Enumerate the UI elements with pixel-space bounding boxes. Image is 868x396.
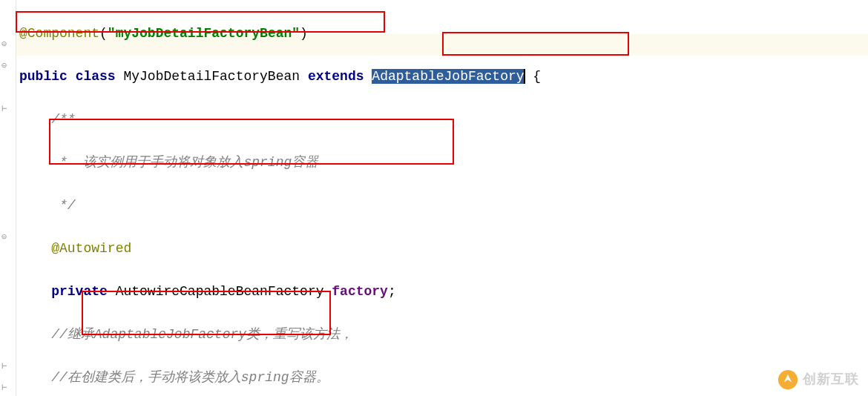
code-line: public class MyJobDetailFactoryBean exte… [19,66,692,88]
code-line: /** [19,109,692,131]
code-line: private AutowireCapableBeanFactory facto… [19,281,692,303]
watermark-text: 创新互联 [803,369,859,390]
collapse-icon[interactable]: ⊖ [1,62,7,70]
code-line: //继承AdaptableJobFactory类，重写该方法， [19,324,692,346]
watermark-icon [777,369,798,390]
code-line: //在创建类后，手动将该类放入spring容器。 [19,367,692,389]
collapse-end-icon[interactable]: ⊢ [1,362,7,371]
collapse-icon[interactable]: ⊖ [1,40,7,49]
code-line: @Autowired [19,238,692,260]
selected-text: AdaptableJobFactory [372,69,524,84]
code-editor-content[interactable]: @Component("myJobDetailFactoryBean") pub… [19,1,692,396]
watermark: 创新互联 [777,369,859,390]
collapse-icon[interactable]: ⊖ [1,233,7,242]
collapse-end-icon[interactable]: ⊢ [1,105,7,113]
code-line: @Component("myJobDetailFactoryBean") [19,23,692,44]
code-line: * 该实例用于手动将对象放入spring容器 [19,152,692,174]
collapse-end-icon[interactable]: ⊢ [1,383,7,392]
editor-gutter: ⊖ ⊖ ⊢ ⊖ ⊢ ⊢ [0,0,16,396]
code-line: */ [19,195,692,217]
